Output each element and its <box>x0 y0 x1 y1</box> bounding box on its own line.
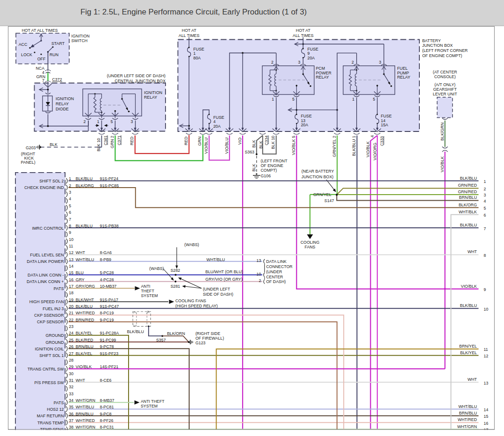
svg-text:9-PC8: 9-PC8 <box>100 412 112 416</box>
svg-text:BLK/BLU: BLK/BLU <box>460 223 477 227</box>
svg-text:WHT: WHT <box>468 249 477 254</box>
svg-text:WHT/GRN: WHT/GRN <box>457 424 477 429</box>
svg-text:10: 10 <box>484 307 489 312</box>
svg-text:FUEL: FUEL <box>397 66 408 71</box>
svg-text:G123: G123 <box>195 341 206 345</box>
svg-text:37: 37 <box>69 418 73 423</box>
svg-text:(WABS): (WABS) <box>184 242 199 247</box>
svg-text:8-MB37: 8-MB37 <box>100 398 115 403</box>
svg-text:DIODE: DIODE <box>56 107 69 111</box>
svg-text:RED: RED <box>184 137 188 145</box>
svg-text:32: 32 <box>69 385 73 389</box>
svg-text:JUNCTION BOX): JUNCTION BOX) <box>302 174 333 179</box>
svg-text:91-PC28A: 91-PC28A <box>100 331 119 335</box>
svg-text:GRN/RED: GRN/RED <box>458 189 477 194</box>
svg-text:CHECK ENGINE IND: CHECK ENGINE IND <box>24 185 64 190</box>
svg-text:SYSTEM: SYSTEM <box>141 293 158 298</box>
svg-text:S281: S281 <box>171 284 180 289</box>
svg-text:WHT/BLU: WHT/BLU <box>207 257 225 262</box>
svg-text:ALL TIMES: ALL TIMES <box>179 33 200 38</box>
svg-text:3: 3 <box>131 119 133 124</box>
svg-text:80A: 80A <box>194 56 201 60</box>
svg-text:7: 7 <box>484 226 486 231</box>
svg-text:8: 8 <box>69 224 71 228</box>
svg-text:2: 2 <box>352 60 354 65</box>
svg-text:BLU/WHT (OR BLU): BLU/WHT (OR BLU) <box>205 269 243 274</box>
svg-text:20: 20 <box>69 304 73 309</box>
svg-text:BLK/GRN: BLK/GRN <box>440 123 445 141</box>
svg-text:21: 21 <box>69 311 73 315</box>
svg-text:35: 35 <box>69 405 73 409</box>
svg-text:6: 6 <box>484 213 486 218</box>
svg-text:BLK 10: BLK 10 <box>96 138 101 152</box>
svg-text:VIO/ORG: VIO/ORG <box>373 143 377 160</box>
svg-text:ANTI THEFT: ANTI THEFT <box>141 399 165 404</box>
svg-text:P/S PRESS SW: P/S PRESS SW <box>34 380 64 385</box>
svg-text:FUSE: FUSE <box>213 115 224 120</box>
svg-text:23: 23 <box>69 324 73 329</box>
svg-text:BRN/RED: BRN/RED <box>76 318 94 322</box>
svg-text:BLK/ORN: BLK/ORN <box>167 331 185 336</box>
svg-text:4: 4 <box>484 199 486 203</box>
svg-text:WHT/BLU: WHT/BLU <box>458 404 477 409</box>
svg-text:1: 1 <box>97 119 100 124</box>
svg-text:GRY: GRY <box>76 277 85 282</box>
svg-text:GROUND: GROUND <box>45 340 64 345</box>
svg-text:VIO/BLK: VIO/BLK <box>76 364 92 369</box>
svg-text:WHT/BLK: WHT/BLK <box>459 210 477 214</box>
svg-text:20A: 20A <box>301 123 308 127</box>
svg-text:BLK: BLK <box>259 141 263 149</box>
svg-text:3: 3 <box>298 60 301 65</box>
svg-text:(UNDER: (UNDER <box>266 269 282 274</box>
svg-text:COOLING: COOLING <box>301 240 320 245</box>
svg-text:OF DASH): OF DASH) <box>266 279 286 284</box>
svg-text:BLK/ORG: BLK/ORG <box>76 183 94 188</box>
svg-text:GRN/YEL: GRN/YEL <box>313 192 331 197</box>
svg-text:2: 2 <box>484 187 486 191</box>
svg-text:13: 13 <box>257 258 261 263</box>
svg-text:8-PB9: 8-PB9 <box>100 257 112 262</box>
svg-text:91S-PF24: 91S-PF24 <box>100 176 119 181</box>
svg-text:S282: S282 <box>171 268 180 273</box>
svg-text:34: 34 <box>69 398 73 403</box>
svg-text:GRY/ORG: GRY/ORG <box>76 284 95 289</box>
svg-text:VIO/BLK 5: VIO/BLK 5 <box>291 136 296 155</box>
svg-text:BLK/BLU: BLK/BLU <box>76 304 93 309</box>
svg-text:MAF RETURN: MAF RETURN <box>37 414 64 418</box>
svg-text:WHT/BLU: WHT/BLU <box>76 405 94 409</box>
svg-text:BLK: BLK <box>252 164 256 172</box>
svg-text:7: 7 <box>69 217 71 222</box>
svg-text:4: 4 <box>213 119 216 124</box>
svg-text:FUSE: FUSE <box>381 114 392 118</box>
svg-text:26: 26 <box>69 344 73 349</box>
svg-text:9: 9 <box>308 51 310 56</box>
svg-text:BLK/BLU: BLK/BLU <box>127 329 144 334</box>
svg-text:GRN/RED: GRN/RED <box>458 183 477 188</box>
svg-text:BRN/BLU: BRN/BLU <box>459 195 477 200</box>
svg-text:WHT/RED: WHT/RED <box>76 311 95 315</box>
svg-text:(UNDER LEFT: (UNDER LEFT <box>203 287 230 291</box>
svg-text:COMPT): COMPT) <box>261 168 277 173</box>
svg-text:BLK/YEL: BLK/YEL <box>460 350 477 355</box>
svg-text:5: 5 <box>484 206 486 211</box>
svg-text:30: 30 <box>69 371 73 376</box>
svg-text:WHT/RED: WHT/RED <box>458 417 477 422</box>
svg-text:GRN 2: GRN 2 <box>110 136 115 148</box>
svg-text:FUSE: FUSE <box>308 47 319 51</box>
svg-text:BLK/BLU: BLK/BLU <box>460 176 477 181</box>
svg-text:8-GA6: 8-GA6 <box>100 250 112 255</box>
svg-text:OF ENGINE COMPT): OF ENGINE COMPT) <box>422 53 462 58</box>
svg-text:WHT: WHT <box>468 377 477 382</box>
svg-text:2: 2 <box>84 119 86 124</box>
svg-text:15: 15 <box>484 414 489 419</box>
svg-text:1: 1 <box>352 97 354 102</box>
svg-text:11: 11 <box>69 244 73 248</box>
svg-text:SWITCH: SWITCH <box>72 38 88 43</box>
svg-text:8-PC81: 8-PC81 <box>100 405 114 409</box>
svg-text:CKP SENSOR: CKP SENSOR <box>37 320 64 324</box>
svg-text:3: 3 <box>484 193 486 197</box>
svg-text:C372: C372 <box>52 77 62 82</box>
svg-text:1: 1 <box>484 179 486 184</box>
svg-text:24: 24 <box>69 331 73 335</box>
svg-text:TRANS CNTRL SW: TRANS CNTRL SW <box>28 367 65 371</box>
